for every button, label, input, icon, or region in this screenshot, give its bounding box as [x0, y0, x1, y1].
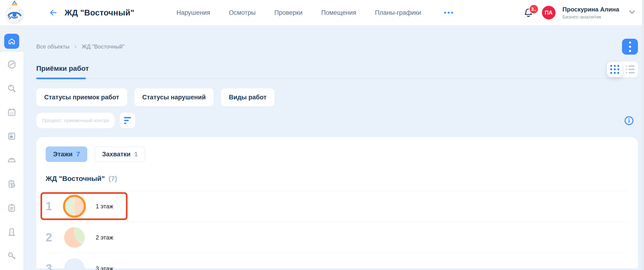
main-nav: Нарушения Осмотры Проверки Помещения Пла…: [176, 9, 421, 17]
building-section-title: ЖД "Восточный" (7): [46, 175, 628, 183]
floor-number: 2: [46, 231, 56, 244]
floor-list: 1 1 этаж 2 2 этаж 3 3 этаж: [46, 191, 628, 270]
scrollbar[interactable]: [642, 0, 644, 270]
clipboard-icon: [7, 203, 16, 213]
user-info: Проскурина Алина Бизнес-аналитик: [562, 6, 619, 20]
main-content: Все объекты › ЖД "Восточный" Приёмки раб…: [24, 25, 644, 270]
group-tab-floors-count: 7: [76, 151, 80, 158]
home-icon: [7, 37, 16, 46]
chevron-down-icon: [628, 9, 636, 15]
sort-button[interactable]: [120, 113, 135, 128]
view-toggle: [607, 62, 638, 77]
grid-view-icon: [610, 65, 619, 74]
sidebar-item-search[interactable]: [7, 83, 16, 93]
nav-item-rooms[interactable]: Помещения: [321, 9, 356, 17]
info-icon: [624, 115, 634, 126]
page-title: ЖД "Восточный": [64, 8, 134, 17]
floor-label: 1 этаж: [96, 203, 113, 210]
group-tabs: Этажи 7 Захватки 1: [46, 147, 628, 162]
nav-item-violations[interactable]: Нарушения: [176, 9, 210, 17]
user-menu-button[interactable]: [628, 9, 636, 16]
sidebar-item-key[interactable]: [7, 251, 16, 261]
tab-acceptances[interactable]: Приёмки работ: [36, 63, 89, 72]
nav-item-checks[interactable]: Проверки: [274, 9, 302, 17]
top-bar: ❅ ❅ ❅ ❅ ЖД "Восточный" Нарушения Осмотры…: [0, 0, 644, 25]
breadcrumb-current: ЖД "Восточный": [82, 43, 124, 50]
breadcrumb-separator: ›: [75, 43, 76, 50]
grid-view-button[interactable]: [607, 62, 622, 77]
card-icon: [7, 131, 16, 141]
group-tab-sections-count: 1: [134, 151, 138, 158]
key-icon: [7, 251, 16, 261]
helmet-icon: [7, 155, 16, 165]
group-tab-floors[interactable]: Этажи 7: [46, 147, 87, 162]
sidebar-item-door[interactable]: [7, 227, 16, 237]
floor-row-3[interactable]: 3 3 этаж: [46, 253, 628, 270]
floors-panel: Этажи 7 Захватки 1 ЖД "Восточный" (7) 1 …: [36, 137, 638, 268]
door-icon: [7, 227, 16, 237]
sidebar-item-home[interactable]: [4, 34, 19, 49]
inspection-check-icon: [7, 179, 16, 189]
search-icon: [7, 83, 16, 93]
kebab-icon: [629, 42, 631, 44]
filter-chips: Статусы приемок работ Статусы нарушений …: [36, 88, 638, 106]
sidebar-item-prohibition[interactable]: [7, 60, 16, 69]
floor-row-1[interactable]: 1 1 этаж: [46, 191, 628, 222]
sidebar-item-card[interactable]: [7, 131, 16, 141]
svg-text:❅: ❅: [19, 9, 20, 12]
floor-row-2[interactable]: 2 2 этаж: [46, 222, 628, 253]
calendar-icon: [7, 107, 16, 117]
filter-work-types[interactable]: Виды работ: [221, 88, 274, 106]
sidebar: [0, 25, 24, 270]
info-button[interactable]: [624, 115, 634, 126]
arrow-left-icon: [49, 9, 58, 17]
list-view-icon: [626, 65, 635, 73]
sidebar-item-clipboard[interactable]: [7, 203, 16, 213]
floor-number: 1: [46, 199, 56, 213]
nav-more-button[interactable]: [442, 9, 456, 16]
prohibition-icon: [7, 60, 16, 69]
user-name: Проскурина Алина: [562, 6, 619, 13]
building-floor-count: (7): [108, 175, 117, 183]
breadcrumb: Все объекты › ЖД "Восточный": [36, 43, 124, 50]
top-right-group: 3.. ПА Проскурина Алина Бизнес-аналитик: [523, 6, 636, 20]
object-actions-button[interactable]: [622, 39, 638, 55]
nav-item-inspections[interactable]: Осмотры: [229, 9, 256, 17]
floor-pie-chart: [64, 258, 85, 270]
building-name: ЖД "Восточный": [46, 175, 105, 183]
sidebar-item-inspection[interactable]: [7, 179, 16, 189]
floor-label: 2 этаж: [96, 234, 113, 241]
floor-pie-chart: [64, 227, 85, 248]
notification-badge: 3..: [529, 4, 539, 14]
group-tab-floors-label: Этажи: [53, 151, 72, 158]
sidebar-item-calendar[interactable]: [7, 107, 16, 117]
tab-divider: [36, 78, 638, 79]
floor-number: 3: [46, 262, 56, 270]
filter-acceptance-statuses[interactable]: Статусы приемок работ: [36, 88, 127, 106]
svg-text:❅: ❅: [9, 7, 11, 10]
sort-filter-icon: [124, 117, 131, 124]
sidebar-icons: [0, 60, 24, 261]
group-tab-sections-label: Захватки: [102, 151, 130, 158]
process-filter-input[interactable]: [36, 113, 115, 128]
floor-pie-chart: [63, 195, 86, 218]
filter-violation-statuses[interactable]: Статусы нарушений: [134, 88, 214, 106]
notifications-button[interactable]: 3..: [523, 6, 535, 19]
svg-text:❅: ❅: [18, 20, 20, 22]
tab-active-indicator: [36, 78, 86, 79]
floor-label: 3 этаж: [96, 265, 113, 270]
eye-bauble-logo[interactable]: ❅ ❅ ❅ ❅: [3, 1, 26, 25]
list-view-button[interactable]: [622, 62, 638, 77]
group-tab-sections[interactable]: Захватки 1: [94, 147, 145, 162]
back-button[interactable]: [48, 8, 58, 18]
avatar[interactable]: ПА: [542, 6, 556, 20]
sidebar-item-helmet[interactable]: [7, 155, 16, 165]
ellipsis-icon: [444, 12, 446, 14]
nav-item-schedules[interactable]: Планы-графики: [375, 9, 421, 17]
user-role: Бизнес-аналитик: [562, 14, 619, 20]
breadcrumb-all-objects[interactable]: Все объекты: [36, 43, 70, 50]
